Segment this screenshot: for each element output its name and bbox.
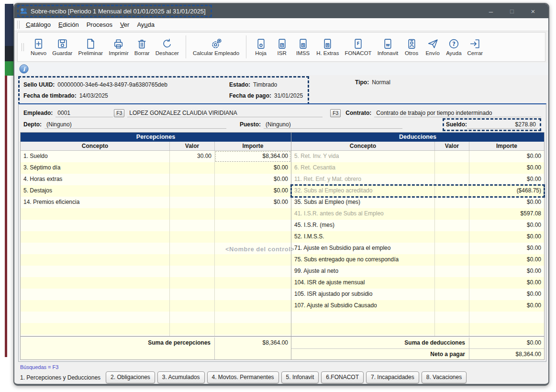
menu-catalogo[interactable]: Catálogo	[22, 19, 55, 30]
imprimir-button[interactable]: Imprimir	[106, 36, 132, 57]
menu-ayuda[interactable]: Ayuda	[133, 19, 158, 30]
cerrar-button[interactable]: Cerrar	[465, 36, 486, 57]
table-row[interactable]: 104. ISR de ajuste mensual $0.00	[291, 277, 544, 289]
paper-plane-icon	[427, 38, 439, 50]
table-row[interactable]: 52. I.M.S.S. $0.00	[291, 231, 544, 243]
percepciones-header: Percepciones	[21, 133, 291, 142]
table-row[interactable]: 75. Subs entregado que no correspondía $…	[291, 254, 544, 266]
borrar-button[interactable]: Borrar	[132, 36, 153, 57]
app-logo-icon	[20, 7, 28, 15]
tab-vacaciones[interactable]: 8. Vacaciones	[422, 371, 467, 383]
percepciones-column-headers: Concepto Valor Importe	[21, 142, 291, 151]
table-row[interactable]: 14. Premios eficiencia $0.00	[21, 197, 291, 208]
suma-deducciones-row: Suma de deducciones $0.00	[291, 337, 544, 348]
highlighted-row-subs-acreditado[interactable]: 32. Subs al Empleo acreditado ($468.75)	[291, 185, 544, 197]
new-document-icon	[33, 38, 44, 50]
table-row[interactable]: 41. I.S.R. antes de Subs al Empleo $597.…	[291, 208, 544, 220]
empleado-code-field[interactable]: 0001	[56, 109, 113, 117]
empleado-name-field[interactable]: LOPEZ GONZALEZ CLAUDIA VIRIDIANA	[127, 109, 322, 117]
table-row[interactable]: 6. Ret. Cesantia $0.00	[291, 162, 544, 174]
sueldo-value[interactable]: $278.80	[467, 121, 538, 129]
ayuda-button[interactable]: ? Ayuda	[443, 36, 464, 57]
table-row[interactable]: 35. Subs al Empleo (mes) $0.00	[291, 197, 544, 208]
depto-field[interactable]: (Ninguno)	[44, 121, 226, 129]
contrato-f3-button[interactable]: F3	[330, 109, 341, 117]
menu-ver[interactable]: Ver	[116, 19, 133, 30]
table-row[interactable]: 5. Destajos $0.00	[21, 185, 291, 197]
deshacer-button[interactable]: Deshacer	[153, 36, 182, 57]
empty-total-row	[21, 348, 291, 359]
info-row: i	[14, 63, 548, 75]
printer-icon	[112, 38, 124, 50]
table-row[interactable]: 3. Séptimo día $0.00	[21, 162, 291, 174]
isr-button[interactable]: # ISR	[271, 36, 292, 57]
hoja-button[interactable]: Hoja	[250, 36, 271, 57]
titlebar: Sobre-recibo [Periodo 1 Mensual del 01/0…	[14, 4, 548, 18]
tab-percepciones-deducciones[interactable]: 1. Percepciones y Deducciones	[18, 372, 103, 383]
deducciones-table: Deducciones Concepto Valor Importe 5. Re…	[291, 132, 545, 360]
tab-fonacot[interactable]: 6.FONACOT	[321, 371, 364, 383]
svg-text:₩: ₩	[386, 43, 389, 47]
empleado-f3-button[interactable]: F3	[114, 109, 124, 117]
tab-incapacidades[interactable]: 7. Incapacidades	[366, 371, 419, 383]
close-button[interactable]: ×	[523, 5, 544, 17]
toolbar: Nuevo Guardar Preliminar Imprimir Borrar…	[17, 32, 545, 62]
exit-icon	[469, 38, 481, 50]
table-row[interactable]: 45. I.S.R. (mes) $0.00	[291, 220, 544, 231]
sueldo-annotation-box: Sueldo: $278.80	[443, 118, 541, 131]
guardar-button[interactable]: Guardar	[49, 36, 75, 57]
table-row[interactable]: 11. Ret. Enf. y Mat. obrero $0.00	[291, 174, 544, 185]
table-row[interactable]: 1. Sueldo 30.00 $8,364.00	[21, 151, 291, 162]
busquedas-hint: Búsquedas = F3	[20, 364, 58, 370]
bottom-tabs: 1. Percepciones y Deducciones 2. Obligac…	[18, 371, 545, 383]
preliminar-button[interactable]: Preliminar	[75, 36, 106, 57]
percepciones-table: Percepciones Concepto Valor Importe 1. S…	[20, 132, 291, 360]
infonavit-document-icon: ₩	[382, 38, 394, 50]
sueldo-label: Sueldo:	[446, 121, 467, 128]
contrato-field[interactable]: Contrato de trabajo por tiempo indetermi…	[374, 109, 541, 117]
toolbar-separator	[246, 35, 246, 58]
table-row[interactable]: 107. Ajuste al Subsidio Causado $0.00	[291, 300, 544, 312]
deducciones-header: Deducciones	[291, 133, 544, 142]
imss-button[interactable]: $ IMSS	[292, 36, 313, 57]
fonacot-button[interactable]: F FONACOT	[342, 36, 374, 57]
contrato-label: Contrato:	[345, 110, 371, 116]
table-filler	[291, 312, 544, 336]
puesto-field[interactable]: (Ninguno)	[264, 121, 402, 129]
toolbar-grip	[22, 43, 24, 51]
envio-button[interactable]: Envío	[422, 36, 443, 57]
calcular-empleado-button[interactable]: Calcular Empleado	[190, 36, 242, 57]
nuevo-button[interactable]: Nuevo	[28, 36, 49, 57]
svg-text:8: 8	[327, 44, 329, 47]
isr-document-icon: #	[276, 38, 288, 50]
fecha-pago-label: Fecha de pago:	[229, 92, 271, 99]
tab-obligaciones[interactable]: 2. Obligaciones	[106, 371, 155, 383]
help-icon: ?	[448, 38, 460, 50]
table-row[interactable]: 71. Ajuste en Subsidio para el empleo $0…	[291, 243, 544, 254]
sello-uuid-label: Sello UUID:	[23, 81, 55, 88]
tab-acumulados[interactable]: 3. Acumulados	[157, 371, 205, 383]
table-row[interactable]: 99. Ajuste al neto $0.00	[291, 266, 544, 277]
stamp-metadata: Sello UUID:00000000-34e6-4e43-8497-9a638…	[14, 75, 548, 105]
maximize-button[interactable]: □	[501, 5, 523, 17]
info-icon[interactable]: i	[19, 64, 29, 74]
imss-document-icon: $	[297, 38, 309, 50]
tab-movtos-permanentes[interactable]: 4. Movtos. Permanentes	[207, 371, 279, 383]
table-row[interactable]: 5. Ret. Inv. Y vida $0.00	[291, 151, 544, 162]
horas-extras-button[interactable]: 8 H. Extras	[313, 36, 342, 57]
menu-edicion[interactable]: Edición	[55, 19, 83, 30]
otros-button[interactable]: Otros	[401, 36, 422, 57]
estado-label: Estado:	[229, 81, 250, 88]
minimize-button[interactable]: –	[480, 5, 501, 17]
fonacot-document-icon: F	[352, 38, 364, 50]
fecha-timbrado-label: Fecha de timbrado:	[23, 92, 77, 99]
tab-infonavit[interactable]: 5. Infonavit	[281, 371, 319, 383]
table-row[interactable]: 105. ISR ajustado por subsidio $0.00	[291, 289, 544, 300]
toolbar-rebar: Nuevo Guardar Preliminar Imprimir Borrar…	[14, 31, 548, 63]
infonavit-button[interactable]: ₩ Infonavit	[375, 36, 401, 57]
save-icon	[56, 38, 68, 50]
app-window: Sobre-recibo [Periodo 1 Mensual del 01/0…	[13, 3, 549, 386]
table-row[interactable]: 4. Horas extras $0.00	[21, 174, 291, 185]
menu-procesos[interactable]: Procesos	[83, 19, 116, 30]
empleado-label: Empleado:	[23, 110, 53, 116]
